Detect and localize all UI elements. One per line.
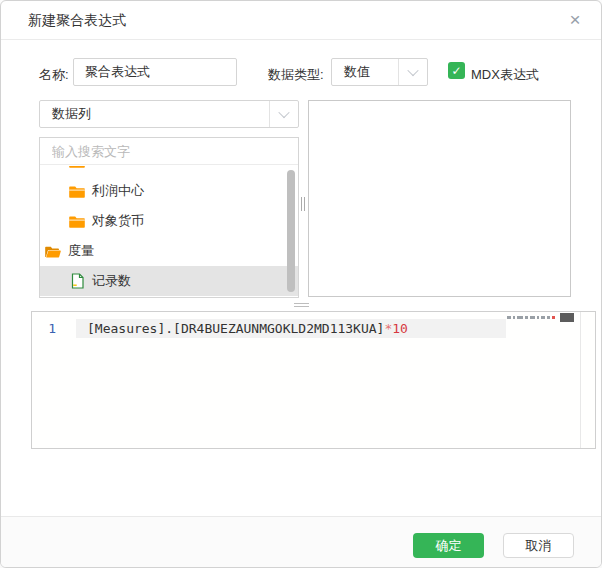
ok-button[interactable]: 确定 bbox=[413, 533, 484, 558]
line-number: 1 bbox=[32, 321, 76, 336]
chevron-down-icon bbox=[407, 65, 418, 76]
vertical-resize-grip[interactable] bbox=[301, 197, 307, 211]
horizontal-resize-grip[interactable] bbox=[294, 303, 309, 309]
data-column-select-value: 数据列 bbox=[40, 105, 269, 123]
mdx-code-editor[interactable]: 1 [Measures].[DR4BUEZAUNMGOKLD2MD113KUA]… bbox=[31, 311, 596, 449]
tree-scrollbar[interactable] bbox=[287, 170, 295, 292]
cancel-button[interactable]: 取消 bbox=[503, 533, 574, 558]
name-input[interactable] bbox=[73, 58, 237, 86]
code-measure: [Measures].[DR4BUEZAUNMGOKLD2MD113KUA] bbox=[87, 321, 384, 336]
name-label: 名称: bbox=[39, 66, 69, 84]
tree-item-partial[interactable] bbox=[40, 166, 298, 176]
editor-scrollbar-thumb[interactable] bbox=[560, 313, 574, 322]
minimap bbox=[507, 316, 555, 319]
data-column-select[interactable]: 数据列 bbox=[39, 100, 299, 128]
tree: 利润中心对象货币度量记录数 bbox=[40, 166, 298, 297]
chevron-down-icon bbox=[278, 107, 289, 118]
code-text: [Measures].[DR4BUEZAUNMGOKLD2MD113KUA]*1… bbox=[76, 321, 408, 336]
folder-closed-icon bbox=[69, 215, 85, 228]
tree-item-label: 度量 bbox=[68, 242, 94, 260]
code-number: 10 bbox=[392, 321, 408, 336]
datatype-select-value: 数值 bbox=[332, 63, 398, 81]
tree-item-记录数[interactable]: 记录数 bbox=[40, 266, 298, 296]
tree-item-label: 对象货币 bbox=[92, 212, 144, 230]
datatype-select-caret-cell[interactable] bbox=[398, 59, 427, 85]
code-line: 1 [Measures].[DR4BUEZAUNMGOKLD2MD113KUA]… bbox=[32, 319, 408, 338]
mdx-checkbox-label: MDX表达式 bbox=[471, 66, 539, 84]
close-icon[interactable]: × bbox=[563, 8, 587, 32]
checkmark-icon: ✓ bbox=[451, 65, 461, 77]
folder-closed-icon bbox=[69, 166, 85, 168]
file-icon bbox=[69, 273, 85, 289]
tree-item-label: 利润中心 bbox=[92, 182, 144, 200]
dialog-footer: 确定 取消 bbox=[1, 516, 601, 567]
tree-item-利润中心[interactable]: 利润中心 bbox=[40, 176, 298, 206]
folder-open-icon bbox=[45, 245, 61, 258]
folder-closed-icon bbox=[69, 185, 85, 198]
data-column-select-caret-cell[interactable] bbox=[269, 101, 298, 127]
dialog-titlebar: 新建聚合表达式 × bbox=[1, 1, 601, 40]
dialog-title: 新建聚合表达式 bbox=[28, 12, 126, 30]
tree-item-度量[interactable]: 度量 bbox=[40, 236, 298, 266]
tree-item-对象货币[interactable]: 对象货币 bbox=[40, 206, 298, 236]
mdx-checkbox[interactable]: ✓ bbox=[448, 62, 465, 79]
datatype-label: 数据类型: bbox=[268, 66, 324, 84]
new-aggregate-expression-dialog: 新建聚合表达式 × 名称: 数据类型: 数值 ✓ MDX表达式 数据列 利润中心… bbox=[0, 0, 602, 568]
search-input[interactable] bbox=[40, 138, 298, 165]
datatype-select[interactable]: 数值 bbox=[331, 58, 428, 86]
preview-panel bbox=[308, 100, 571, 297]
editor-scrollbar-track-divider bbox=[580, 312, 581, 448]
field-tree-panel: 利润中心对象货币度量记录数 bbox=[39, 137, 299, 298]
tree-item-label: 记录数 bbox=[92, 272, 131, 290]
